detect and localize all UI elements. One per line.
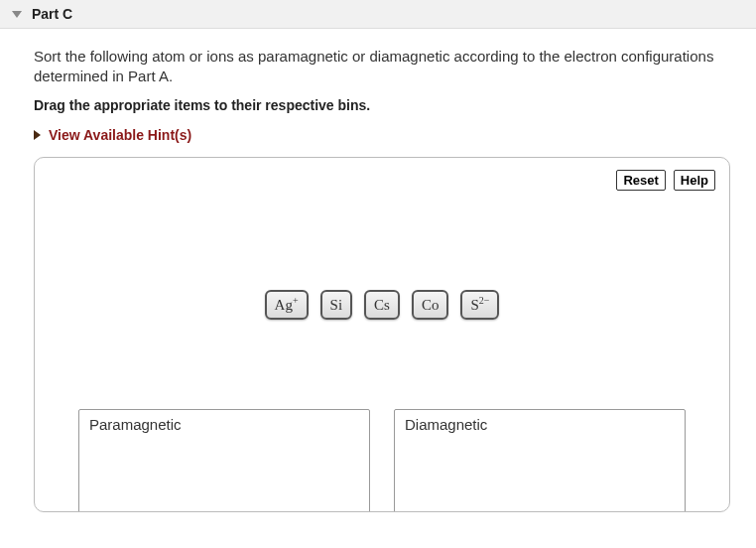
workspace-toolbar: Reset Help bbox=[49, 170, 715, 191]
item-base: Si bbox=[330, 297, 343, 313]
help-button[interactable]: Help bbox=[674, 170, 715, 191]
drag-item-si[interactable]: Si bbox=[320, 290, 353, 321]
bins-row: Paramagnetic Diamagnetic bbox=[49, 409, 715, 512]
bin-label: Paramagnetic bbox=[89, 416, 359, 433]
reset-button[interactable]: Reset bbox=[616, 170, 665, 191]
bin-paramagnetic[interactable]: Paramagnetic bbox=[78, 409, 370, 512]
sorting-workspace: Reset Help Ag+ Si Cs Co S2− Paramagnetic bbox=[34, 157, 730, 512]
question-prompt: Sort the following atom or ions as param… bbox=[34, 47, 730, 87]
drag-item-s2minus[interactable]: S2− bbox=[460, 290, 499, 321]
item-base: Cs bbox=[374, 297, 390, 313]
bin-label: Diamagnetic bbox=[405, 416, 675, 433]
item-base: Co bbox=[422, 297, 440, 313]
drag-instruction: Drag the appropriate items to their resp… bbox=[34, 97, 730, 113]
bin-diamagnetic[interactable]: Diamagnetic bbox=[394, 409, 686, 512]
part-header[interactable]: Part C bbox=[0, 0, 756, 29]
drag-item-cs[interactable]: Cs bbox=[364, 290, 400, 321]
view-hints-toggle[interactable]: View Available Hint(s) bbox=[34, 127, 730, 143]
content-area: Sort the following atom or ions as param… bbox=[0, 29, 756, 512]
chevron-right-icon bbox=[34, 130, 41, 140]
item-sup: 2− bbox=[479, 295, 490, 306]
chevron-down-icon bbox=[12, 11, 22, 18]
item-sup: + bbox=[293, 295, 299, 306]
hints-label: View Available Hint(s) bbox=[49, 127, 191, 143]
part-title: Part C bbox=[32, 6, 72, 22]
drag-item-co[interactable]: Co bbox=[412, 290, 449, 321]
draggable-items-row: Ag+ Si Cs Co S2− bbox=[49, 290, 715, 321]
item-base: Ag bbox=[275, 297, 293, 313]
drag-item-ag-plus[interactable]: Ag+ bbox=[265, 290, 309, 321]
item-base: S bbox=[470, 297, 478, 313]
